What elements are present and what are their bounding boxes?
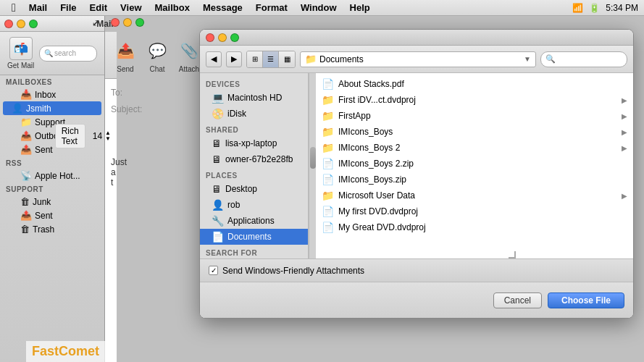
- first-idv-icon: 📁: [322, 94, 334, 106]
- ms-user-data-icon: 📁: [322, 190, 334, 201]
- trash-icon: 🗑: [20, 224, 30, 235]
- font-size-label: 14: [93, 131, 102, 141]
- watermark: FastComet: [26, 341, 105, 362]
- picker-item-desktop[interactable]: 🖥 Desktop: [200, 181, 308, 197]
- menu-mail[interactable]: Mail: [23, 1, 53, 14]
- picker-item-applications[interactable]: 🔧 Applications: [200, 213, 308, 229]
- send-friendly-checkbox[interactable]: ✓: [209, 266, 218, 275]
- sidebar-item-outbox[interactable]: 📤 Outbox: [0, 129, 104, 143]
- search-placeholder: search: [54, 49, 76, 57]
- get-mail-button[interactable]: 📬 Get Mail: [7, 37, 34, 70]
- file-item-imicons-boys-zip[interactable]: 📄 IMIcons_Boys.zip: [316, 172, 633, 188]
- dialog-close[interactable]: [206, 33, 214, 42]
- file-item-firstapp[interactable]: 📁 FirstApp ▶: [316, 108, 633, 124]
- choose-file-button[interactable]: Choose File: [548, 292, 624, 308]
- menu-file[interactable]: File: [54, 1, 82, 14]
- apple-menu-item[interactable]: : [6, 0, 22, 16]
- nav-back-button[interactable]: ◀: [206, 51, 222, 67]
- sidebar-item-sent2[interactable]: 📤 Sent: [0, 209, 104, 222]
- compose-fullscreen-btn[interactable]: ⤢: [92, 18, 99, 28]
- documents-icon: 📄: [212, 231, 224, 243]
- menu-help[interactable]: Help: [344, 1, 376, 14]
- file-item-imicons-boys2[interactable]: 📁 IMIcons_Boys 2 ▶: [316, 140, 633, 156]
- send-button[interactable]: 📤 Send: [111, 35, 140, 76]
- dialog-maximize[interactable]: [230, 33, 239, 42]
- shared-section-header: SHARED: [200, 122, 308, 135]
- picker-item-macintosh-hd[interactable]: 💻 Macintosh HD: [200, 90, 308, 106]
- resize-handle[interactable]: [509, 251, 516, 258]
- owner-label: owner-67b2e28fb: [225, 154, 293, 164]
- rob-label: rob: [227, 200, 240, 210]
- location-bar[interactable]: 📁 Documents ▼: [300, 51, 536, 67]
- minimize-button[interactable]: [17, 20, 25, 28]
- compose-maximize[interactable]: [135, 18, 144, 27]
- rich-text-btn[interactable]: Rich Text: [55, 124, 85, 148]
- documents-label: Documents: [227, 232, 272, 242]
- sidebar-item-inbox[interactable]: 📥 Inbox: [0, 88, 104, 101]
- file-item-imicons-boys2-zip[interactable]: 📄 IMIcons_Boys 2.zip: [316, 156, 633, 172]
- imicons-boys2-icon: 📁: [322, 142, 334, 153]
- file-item-first-idv[interactable]: 📁 First iDV...ct.dvdproj ▶: [316, 92, 633, 108]
- first-idv-label: First iDV...ct.dvdproj: [338, 95, 416, 105]
- file-item-about-stacks[interactable]: 📄 About Stacks.pdf: [316, 76, 633, 92]
- jsmith-icon: 👤: [12, 103, 23, 114]
- compose-minimize[interactable]: [123, 18, 132, 27]
- sidebar-scrollbar[interactable]: [309, 73, 316, 258]
- dialog-minimize[interactable]: [218, 33, 227, 42]
- sidebar-search[interactable]: 🔍 search: [39, 46, 97, 62]
- picker-item-documents[interactable]: 📄 Documents: [200, 229, 308, 245]
- cancel-button[interactable]: Cancel: [493, 292, 542, 308]
- imicons-boys-arrow: ▶: [622, 128, 627, 136]
- picker-item-idisk[interactable]: 📀 iDisk: [200, 106, 308, 122]
- sidebar-item-sent[interactable]: 📤 Sent: [0, 143, 104, 156]
- menu-mailbox[interactable]: Mailbox: [149, 1, 196, 14]
- menubar-right: 📶 🔋 5:34 PM: [572, 3, 638, 13]
- sidebar-item-trash[interactable]: 🗑 Trash: [0, 222, 104, 236]
- file-item-my-first-dvd[interactable]: 📄 My first DVD.dvdproj: [316, 203, 633, 219]
- sidebar-scrollbar-handle[interactable]: [310, 147, 316, 169]
- file-item-imicons-boys[interactable]: 📁 IMIcons_Boys ▶: [316, 124, 633, 140]
- close-button[interactable]: [4, 20, 13, 28]
- picker-item-owner[interactable]: 🖥 owner-67b2e28fb: [200, 151, 308, 167]
- menu-format[interactable]: Format: [250, 1, 293, 14]
- checkbox-check: ✓: [211, 266, 217, 274]
- nav-forward-button[interactable]: ▶: [226, 51, 242, 67]
- menu-message[interactable]: Message: [197, 1, 248, 14]
- menu-view[interactable]: View: [114, 1, 147, 14]
- location-folder-icon: 📁: [305, 54, 317, 64]
- chat-icon: 💬: [144, 38, 170, 64]
- file-item-my-great-dvd[interactable]: 📄 My Great DVD.dvdproj: [316, 219, 633, 235]
- column-view-button[interactable]: ▦: [279, 51, 295, 67]
- file-item-ms-user-data[interactable]: 📁 Microsoft User Data ▶: [316, 188, 633, 203]
- dialog-footer: ✓ Send Windows-Friendly Attachments: [200, 258, 633, 282]
- sidebar-item-jsmith[interactable]: 👤 Jsmith: [3, 101, 101, 115]
- dialog-search-bar[interactable]: 🔍: [540, 51, 627, 67]
- sent2-label: Sent: [35, 211, 53, 221]
- picker-item-rob[interactable]: 👤 rob: [200, 197, 308, 213]
- sidebar-item-apple-hot[interactable]: 📡 Apple Hot...: [0, 169, 104, 182]
- hd-label: Macintosh HD: [227, 93, 282, 103]
- ms-user-data-arrow: ▶: [622, 192, 627, 200]
- picker-item-lisa[interactable]: 🖥 lisa-xp-laptop: [200, 135, 308, 151]
- idisk-label: iDisk: [227, 109, 246, 119]
- imicons-boys2-zip-icon: 📄: [322, 158, 334, 169]
- menu-edit[interactable]: Edit: [84, 1, 114, 14]
- compose-close[interactable]: [111, 18, 120, 27]
- my-great-dvd-icon: 📄: [322, 222, 334, 233]
- mailboxes-section-header: MAILBOXES: [0, 75, 104, 88]
- menu-window[interactable]: Window: [295, 1, 343, 14]
- icon-view-button[interactable]: ⊞: [247, 51, 263, 67]
- list-view-button[interactable]: ☰: [263, 51, 279, 67]
- desktop-icon: 🖥: [212, 183, 222, 195]
- chat-button[interactable]: 💬 Chat: [143, 35, 172, 76]
- file-list: 📄 About Stacks.pdf 📁 First iDV...ct.dvdp…: [316, 73, 633, 258]
- sidebar-item-support[interactable]: 📁 Support: [0, 115, 104, 129]
- font-size-stepper[interactable]: ▲ ▼: [105, 130, 111, 142]
- imicons-boys2-zip-label: IMIcons_Boys 2.zip: [338, 159, 414, 169]
- sidebar-item-junk[interactable]: 🗑 Junk: [0, 195, 104, 209]
- attach-icon: 📎: [176, 38, 202, 64]
- location-dropdown-arrow[interactable]: ▼: [524, 55, 531, 63]
- maximize-button[interactable]: [29, 20, 38, 28]
- menubar:  Mail File Edit View Mailbox Message Fo…: [0, 0, 644, 16]
- sidebar-toolbar: 📬 Get Mail 🔍 search: [0, 32, 104, 75]
